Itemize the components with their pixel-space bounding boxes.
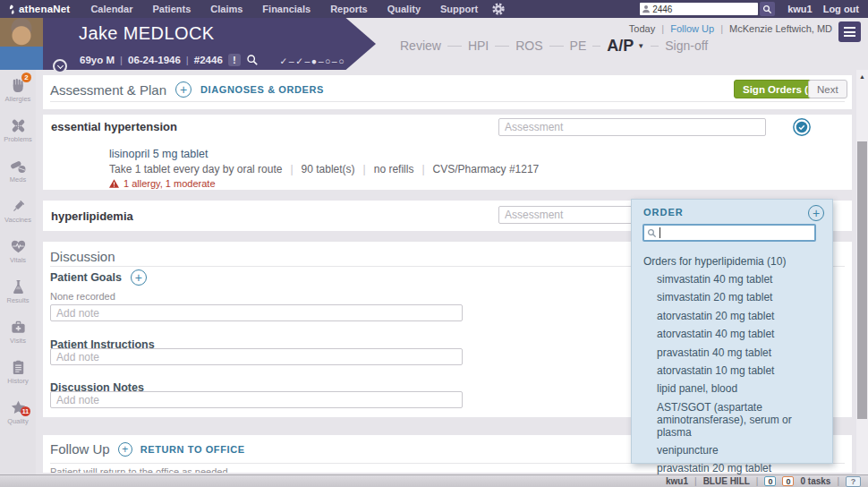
tab-review[interactable]: Review	[400, 38, 441, 53]
text-cursor	[660, 227, 660, 238]
order-option[interactable]: atorvastatin 40 mg tablet	[657, 329, 823, 341]
add-diagnoses-orders-button[interactable]: +	[175, 81, 191, 98]
menu-button[interactable]	[838, 21, 861, 42]
patient-alert-icon[interactable]: !	[228, 54, 241, 66]
status-department: BLUE HILL	[703, 476, 750, 486]
tab-hpi[interactable]: HPI	[468, 38, 489, 53]
chart-search-button[interactable]	[246, 54, 259, 66]
top-nav-item[interactable]: Reports	[320, 4, 378, 14]
sidebar-item-label: Visits	[10, 337, 26, 345]
sidebar-item-label: Vaccines	[4, 216, 31, 224]
step-connector	[495, 46, 509, 47]
sidebar-item-visits[interactable]: Visits	[0, 312, 36, 352]
hamburger-icon	[844, 27, 855, 29]
diagnosis-name: essential hypertension	[51, 120, 177, 133]
sidebar-item-problems[interactable]: Problems	[0, 110, 36, 150]
order-option[interactable]: atorvastatin 20 mg tablet	[657, 311, 823, 323]
sidebar-item-vaccines[interactable]: Vaccines	[0, 191, 36, 231]
sidebar-item-allergies[interactable]: Allergies 2	[0, 70, 36, 110]
top-nav-item[interactable]: Quality	[378, 4, 430, 14]
add-follow-up-button[interactable]: +	[118, 442, 132, 457]
inbox-count-blue[interactable]: 0	[764, 476, 776, 486]
order-option[interactable]: lipid panel, blood	[657, 383, 823, 396]
expand-banner-button[interactable]	[53, 59, 67, 73]
step-connector	[549, 46, 564, 47]
patient-dob: 06-24-1946	[128, 55, 181, 65]
patient-instructions-note-input[interactable]	[50, 348, 463, 365]
top-nav-item[interactable]: Financials	[252, 4, 320, 14]
medication-details: Take 1 tablet every day by oral route | …	[109, 163, 539, 175]
patient-age-sex: 69yo M	[80, 55, 115, 65]
order-search-box	[642, 224, 816, 242]
patient-goals-note-input[interactable]	[50, 304, 463, 321]
sidebar-item-label: Quality	[7, 417, 28, 425]
tab-signoff[interactable]: Sign-off	[665, 38, 708, 53]
next-button[interactable]: Next	[808, 80, 847, 98]
order-option[interactable]: AST/SGOT (aspartate aminotransferase), s…	[657, 402, 823, 440]
check-circle-icon	[792, 117, 812, 137]
follow-up-link[interactable]: Follow Up	[670, 23, 714, 34]
tab-ap-active[interactable]: A/P	[607, 37, 634, 56]
scroll-up-arrow-icon[interactable]: ▲	[856, 73, 868, 80]
interaction-warning[interactable]: 1 allergy, 1 moderate	[109, 178, 216, 189]
sidebar-item-vitals[interactable]: Vitals	[0, 231, 36, 271]
top-nav-item[interactable]: Patients	[142, 4, 200, 14]
diagnosis-name: hyperlipidemia	[51, 209, 133, 223]
tasks-count[interactable]: 0 tasks	[800, 476, 830, 486]
chevron-down-icon	[57, 63, 64, 69]
return-to-office-link[interactable]: RETURN TO OFFICE	[140, 444, 245, 455]
medication-sig: Take 1 tablet every day by oral route	[109, 163, 282, 175]
tab-ros[interactable]: ROS	[515, 38, 542, 53]
assessment-input[interactable]	[498, 118, 766, 136]
flask-icon	[10, 278, 27, 295]
sidebar-item-label: Meds	[10, 175, 26, 184]
help-bubble-icon[interactable]: ?	[846, 476, 861, 487]
divider	[50, 101, 845, 102]
add-patient-goal-button[interactable]: +	[131, 269, 147, 286]
patient-photo[interactable]	[0, 18, 43, 70]
chevron-down-icon[interactable]: ▼	[637, 42, 644, 50]
scrollbar-thumb[interactable]	[857, 141, 867, 419]
sidebar-item-quality[interactable]: Quality 11	[0, 392, 36, 432]
logout-link[interactable]: Log out	[823, 4, 859, 14]
brand-name: athenaNet	[19, 4, 70, 14]
sidebar-item-meds[interactable]: Meds	[0, 150, 36, 191]
current-user[interactable]: kwu1	[787, 4, 813, 14]
patient-search-input[interactable]	[652, 3, 756, 15]
sidebar-item-history[interactable]: History	[0, 352, 36, 392]
diagnoses-orders-link[interactable]: DIAGNOSES & ORDERS	[200, 84, 324, 95]
order-search-input[interactable]	[660, 226, 813, 240]
search-go-button[interactable]	[760, 2, 775, 16]
order-option[interactable]: venipuncture	[657, 445, 823, 457]
sidebar-item-label: Problems	[4, 135, 32, 143]
patient-record-number: #2446	[194, 55, 223, 65]
tab-pe[interactable]: PE	[570, 38, 587, 53]
top-nav-item[interactable]: Support	[430, 4, 488, 14]
top-nav-item[interactable]: Calendar	[81, 4, 142, 14]
medication-name[interactable]: lisinopril 5 mg tablet	[109, 148, 208, 160]
order-option[interactable]: simvastatin 40 mg tablet	[657, 274, 823, 286]
discussion-notes-input[interactable]	[50, 391, 463, 408]
search-icon	[647, 228, 657, 238]
separator: |	[720, 23, 723, 34]
settings-button[interactable]	[491, 2, 506, 16]
order-option[interactable]: simvastatin 20 mg tablet	[657, 292, 823, 304]
medication-refills: no refills	[374, 163, 414, 175]
athenanet-app: athenaNet CalendarPatientsClaimsFinancia…	[0, 0, 868, 487]
assessment-done-button[interactable]	[792, 117, 812, 137]
athenanet-logo[interactable]: athenaNet	[6, 4, 70, 14]
medication-quantity: 90 tablet(s)	[302, 163, 355, 175]
assessment-plan-card: Assessment & Plan + DIAGNOSES & ORDERS S…	[43, 75, 852, 109]
add-order-button[interactable]: +	[808, 205, 824, 221]
sidebar-item-results[interactable]: Results	[0, 271, 36, 312]
top-nav-item[interactable]: Claims	[200, 4, 252, 14]
order-option[interactable]: pravastatin 40 mg tablet	[657, 347, 823, 360]
vertical-scrollbar[interactable]: ▲	[856, 70, 868, 474]
top-nav-items: CalendarPatientsClaimsFinancialsReportsQ…	[81, 4, 488, 14]
inbox-count-orange[interactable]: 0	[782, 476, 794, 486]
order-option[interactable]: atorvastatin 10 mg tablet	[657, 365, 823, 378]
chart-sidebar: Allergies 2 Problems Meds Vaccines Vital…	[0, 70, 36, 474]
pills-icon	[10, 158, 27, 175]
patient-goals-value: None recorded	[50, 291, 115, 302]
today-label[interactable]: Today	[629, 23, 655, 34]
